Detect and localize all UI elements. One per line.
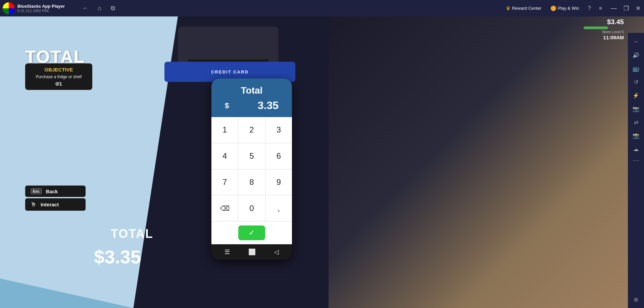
sidebar-camera-icon[interactable]: 📷 — [630, 103, 642, 115]
terminal-bottom-nav: ☰ ⬜ ◁ — [211, 244, 292, 260]
terminal-dollar-sign: $ — [225, 101, 229, 110]
pos-terminal[interactable]: Total $ 3.35 1 2 3 4 5 6 7 8 9 ⌫ 0 , ✓ ☰ — [211, 79, 292, 260]
objective-description: Purchase a fridge or shelf — [31, 74, 87, 79]
nav-back-icon[interactable]: ◁ — [274, 248, 279, 256]
app-logo — [3, 2, 15, 14]
home-button[interactable]: ⌂ — [95, 3, 104, 13]
objective-title: OBJECTIVE — [31, 67, 87, 72]
interact-control: 🖱 Interact — [25, 198, 86, 211]
key-0[interactable]: 0 — [238, 195, 265, 221]
reward-center-label: Reward Center — [512, 6, 541, 11]
hud-level-bar — [584, 27, 624, 29]
play-win-button[interactable]: Play & Win — [547, 4, 583, 12]
total-bottom-amount: $3.35 — [94, 246, 141, 268]
game-hud: $3.45 Store Level 5 11:09AM — [584, 18, 624, 40]
play-win-icon — [551, 6, 556, 11]
right-scene — [329, 16, 644, 308]
sidebar-flash-icon[interactable]: ⚡ — [630, 89, 642, 101]
game-area: TOTAL OBJECTIVE Purchase a fridge or she… — [0, 16, 644, 308]
scene-background — [329, 16, 644, 308]
nav-menu-icon[interactable]: ☰ — [225, 248, 230, 256]
key-3[interactable]: 3 — [265, 117, 292, 143]
restore-button[interactable]: ❐ — [620, 0, 632, 16]
play-win-label: Play & Win — [558, 6, 579, 11]
hud-money: $3.45 — [607, 18, 624, 26]
back-button[interactable]: ← — [80, 3, 91, 13]
confirm-row: ✓ — [211, 221, 292, 244]
back-control: Esc Back — [25, 186, 86, 197]
terminal-amount: 3.35 — [232, 99, 279, 112]
title-bar: BlueStacks App Player 5.21.111.1002 P64 … — [0, 0, 644, 16]
sidebar-tv-icon[interactable]: 📺 — [630, 62, 642, 74]
sidebar-screenshot-icon[interactable]: 📸 — [630, 130, 642, 142]
key-6[interactable]: 6 — [265, 143, 292, 169]
close-button[interactable]: ✕ — [632, 0, 644, 16]
total-bottom-label: TOTAL — [111, 227, 153, 241]
key-comma[interactable]: , — [265, 195, 292, 221]
confirm-button[interactable]: ✓ — [238, 225, 265, 240]
key-8[interactable]: 8 — [238, 169, 265, 195]
key-1[interactable]: 1 — [211, 117, 238, 143]
reward-center-button[interactable]: ♛ Reward Center — [502, 4, 545, 13]
crown-icon: ♛ — [506, 5, 510, 11]
app-version: 5.21.111.1002 P64 — [17, 9, 66, 13]
sidebar-sound-icon[interactable]: 🔊 — [630, 49, 642, 61]
hud-time: 11:09AM — [603, 35, 624, 40]
key-4[interactable]: 4 — [211, 143, 238, 169]
key-2[interactable]: 2 — [238, 117, 265, 143]
sidebar-cloud-icon[interactable]: ☁ — [630, 143, 642, 155]
sidebar-more[interactable]: ⋯ — [633, 156, 639, 164]
interact-label: Interact — [41, 202, 59, 207]
esc-key: Esc — [31, 188, 42, 194]
key-9[interactable]: 9 — [265, 169, 292, 195]
app-name: BlueStacks App Player — [17, 4, 65, 9]
help-button[interactable]: ? — [585, 4, 594, 13]
objective-progress: 0/1 — [31, 81, 87, 87]
right-sidebar: ↔ 🔊 📺 ↺ ⚡ 📷 ⇄ 📸 ☁ ⋯ ⚙ ⤢ — [628, 33, 644, 308]
minimize-button[interactable]: — — [607, 0, 620, 16]
check-icon: ✓ — [249, 228, 255, 237]
tabs-button[interactable]: ⧉ — [108, 3, 118, 13]
objective-box: OBJECTIVE Purchase a fridge or shelf 0/1 — [25, 63, 92, 90]
sidebar-refresh-icon[interactable]: ↺ — [630, 76, 642, 88]
terminal-header: Total $ 3.35 — [211, 79, 292, 117]
key-5[interactable]: 5 — [238, 143, 265, 169]
nav-buttons: ← ⌂ ⧉ — [80, 3, 118, 13]
credit-card-label: CREDIT CARD — [211, 69, 249, 74]
terminal-amount-row: $ 3.35 — [217, 99, 287, 112]
terminal-keypad: 1 2 3 4 5 6 7 8 9 ⌫ 0 , — [211, 117, 292, 221]
sidebar-expand-icon[interactable]: ↔ — [630, 36, 642, 48]
mouse-icon: 🖱 — [31, 201, 37, 208]
terminal-total-label: Total — [217, 85, 287, 96]
sidebar-settings-icon[interactable]: ⚙ — [630, 294, 642, 306]
hud-level-text: Store Level 5 — [602, 30, 624, 34]
controls-box: Esc Back 🖱 Interact — [25, 186, 86, 211]
hud-level-fill — [584, 27, 608, 29]
title-bar-right: ♛ Reward Center Play & Win ? ≡ — ❐ ✕ — [502, 0, 644, 16]
menu-button[interactable]: ≡ — [596, 4, 605, 13]
key-backspace[interactable]: ⌫ — [211, 195, 238, 221]
back-label: Back — [46, 189, 58, 194]
window-controls: — ❐ ✕ — [607, 0, 644, 16]
sidebar-swap-icon[interactable]: ⇄ — [630, 116, 642, 128]
nav-home-icon[interactable]: ⬜ — [248, 248, 256, 256]
key-7[interactable]: 7 — [211, 169, 238, 195]
